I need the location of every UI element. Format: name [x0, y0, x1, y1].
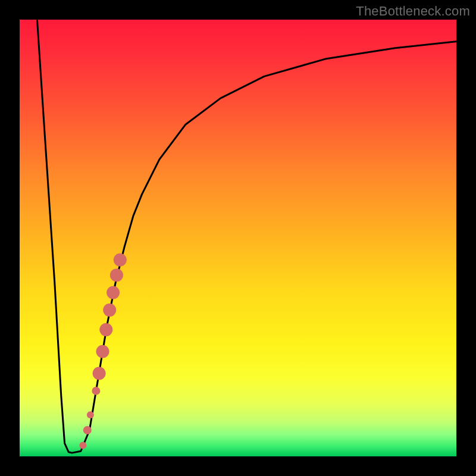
chart-plot-area	[20, 20, 456, 456]
highlight-dot	[87, 411, 94, 418]
highlight-dot	[107, 286, 120, 299]
highlight-dot	[92, 387, 100, 395]
chart-svg	[20, 20, 456, 456]
bottleneck-curve-path	[37, 20, 456, 453]
chart-frame: TheBottleneck.com	[0, 0, 476, 476]
highlight-dot	[103, 303, 116, 317]
highlight-dot	[99, 323, 112, 336]
highlight-dot	[110, 268, 123, 281]
highlight-dot	[79, 442, 86, 449]
highlight-dot	[96, 345, 109, 358]
highlight-dot	[83, 426, 92, 434]
highlight-group	[79, 253, 126, 449]
highlight-dot	[93, 367, 106, 380]
watermark-label: TheBottleneck.com	[356, 4, 470, 19]
highlight-dot	[114, 253, 127, 267]
